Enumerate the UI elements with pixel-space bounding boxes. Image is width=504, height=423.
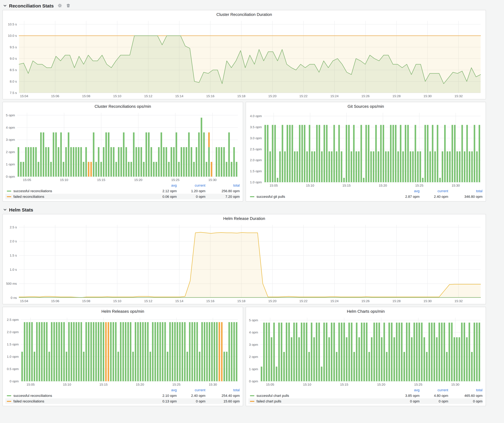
svg-text:5 opm: 5 opm xyxy=(249,318,258,322)
cluster-reconciliations-ops-chart[interactable]: 15:0515:1015:1515:2015:2515:300 opm1 opm… xyxy=(4,110,240,182)
panel-cluster-reconciliation-duration: Cluster Reconciliation Duration 15:0415:… xyxy=(2,10,486,99)
svg-text:15:15: 15:15 xyxy=(340,383,348,386)
legend: avg current total successful reconciliat… xyxy=(3,388,243,406)
legend-header-total[interactable]: total xyxy=(448,189,482,193)
series-current: 0 opm xyxy=(177,399,205,403)
series-current: 2.40 opm xyxy=(420,195,448,198)
svg-text:1 opm: 1 opm xyxy=(6,162,15,166)
gear-icon[interactable] xyxy=(58,3,62,8)
legend-header-total[interactable]: total xyxy=(448,388,482,392)
section-title[interactable]: Helm Stats xyxy=(9,207,33,212)
series-current: 2.40 opm xyxy=(177,394,205,397)
grafana-dashboard: Reconciliation Stats Cluster Reconciliat… xyxy=(0,0,504,423)
svg-text:15:30: 15:30 xyxy=(208,178,217,182)
series-color-dash xyxy=(250,395,254,396)
legend-header-current[interactable]: current xyxy=(177,183,205,187)
svg-text:0.5 opm: 0.5 opm xyxy=(7,367,19,371)
series-avg: 2.10 opm xyxy=(148,394,177,397)
legend-row-successful-chart-pulls: successful chart pulls 3.85 opm 4.80 opm… xyxy=(248,393,482,398)
svg-text:15:05: 15:05 xyxy=(270,184,278,187)
svg-text:15:18: 15:18 xyxy=(237,94,246,98)
legend-header-avg[interactable]: avg xyxy=(391,189,420,193)
svg-text:15:28: 15:28 xyxy=(392,299,401,303)
row-helm-ops: Helm Releases ops/min 15:0515:1015:1515:… xyxy=(2,307,486,406)
svg-text:0 ns: 0 ns xyxy=(11,296,17,300)
series-label[interactable]: successful reconciliations xyxy=(13,189,148,193)
series-current: 0 opm xyxy=(177,195,205,198)
legend-header-avg[interactable]: avg xyxy=(148,183,177,187)
helm-charts-ops-chart[interactable]: 15:0515:1015:1515:2015:2515:300 opm1 opm… xyxy=(247,315,483,387)
section-helm-stats[interactable]: Helm Stats xyxy=(2,205,486,214)
legend-header: avg current total xyxy=(248,188,482,194)
panel-helm-charts-ops: Helm Charts ops/min 15:0515:1015:1515:20… xyxy=(246,307,486,406)
series-total: 465.60 opm xyxy=(448,394,482,397)
git-sources-ops-chart[interactable]: 15:0515:1015:1515:2015:2515:301.0 opm1.5… xyxy=(247,110,483,188)
svg-text:15:30: 15:30 xyxy=(451,383,459,386)
legend-header: avg current total xyxy=(5,388,240,393)
svg-text:15:10: 15:10 xyxy=(63,383,71,386)
svg-text:15:08: 15:08 xyxy=(82,299,90,303)
section-title[interactable]: Reconciliation Stats xyxy=(9,3,54,8)
svg-text:15:10: 15:10 xyxy=(113,299,121,303)
svg-text:2 opm: 2 opm xyxy=(249,355,258,358)
chevron-down-icon xyxy=(3,4,7,7)
legend-header: avg current total xyxy=(248,388,482,393)
svg-text:4 opm: 4 opm xyxy=(6,126,15,129)
panel-title[interactable]: Git Sources ops/min xyxy=(246,102,486,110)
cluster-reconciliation-duration-chart[interactable]: 15:0415:0615:0815:1015:1215:1415:1615:18… xyxy=(4,18,483,98)
panel-title[interactable]: Cluster Reconciliation Duration xyxy=(3,10,486,18)
svg-text:2.5 opm: 2.5 opm xyxy=(250,147,262,151)
panel-title[interactable]: Helm Charts ops/min xyxy=(246,307,486,315)
svg-text:15:22: 15:22 xyxy=(299,299,308,303)
svg-text:1.0 opm: 1.0 opm xyxy=(250,180,262,184)
svg-text:15:30: 15:30 xyxy=(452,184,460,187)
svg-text:15:14: 15:14 xyxy=(175,94,183,98)
series-avg: 0.13 opm xyxy=(148,399,177,403)
svg-text:2.0 opm: 2.0 opm xyxy=(250,158,262,162)
panel-title[interactable]: Helm Releases ops/min xyxy=(3,307,243,315)
series-color-dash xyxy=(7,395,11,396)
series-total: 254.40 opm xyxy=(205,394,240,397)
legend-header-current[interactable]: current xyxy=(420,388,448,392)
svg-text:15:18: 15:18 xyxy=(237,299,246,303)
svg-text:15:05: 15:05 xyxy=(26,383,35,386)
series-label[interactable]: failed reconciliations xyxy=(13,195,148,198)
helm-release-duration-chart[interactable]: 15:0415:0615:0815:1015:1215:1415:1615:18… xyxy=(4,222,483,303)
legend-header-current[interactable]: current xyxy=(177,388,205,392)
series-current: 4.80 opm xyxy=(420,394,448,397)
series-label[interactable]: successful reconciliations xyxy=(13,394,148,397)
svg-text:15:26: 15:26 xyxy=(361,299,370,303)
series-label[interactable]: successful git pulls xyxy=(257,195,391,198)
trash-icon[interactable] xyxy=(66,3,71,8)
helm-releases-ops-chart[interactable]: 15:0515:1015:1515:2015:2515:300 opm0.5 o… xyxy=(4,315,240,387)
legend-row-failed-reconciliations: failed reconciliations 0.13 opm 0 opm 15… xyxy=(5,398,240,404)
legend: avg current total successful git pulls 2… xyxy=(246,188,486,201)
section-reconciliation-stats[interactable]: Reconciliation Stats xyxy=(2,1,486,10)
legend-header-total[interactable]: total xyxy=(205,388,240,392)
svg-text:15:06: 15:06 xyxy=(51,94,59,98)
panel-title[interactable]: Cluster Reconciliations ops/min xyxy=(3,102,243,110)
legend-row-failed-chart-pulls: failed chart pulls 0 opm 0 opm 0 opm xyxy=(248,398,482,404)
svg-text:8.0 s: 8.0 s xyxy=(10,80,17,83)
legend-row-failed-reconciliations: failed reconciliations 0.06 opm 0 opm 7.… xyxy=(5,194,240,199)
legend-header-avg[interactable]: avg xyxy=(391,388,420,392)
svg-text:15:10: 15:10 xyxy=(303,383,311,386)
series-label[interactable]: failed reconciliations xyxy=(13,399,148,403)
legend-header-current[interactable]: current xyxy=(420,189,448,193)
legend-header-avg[interactable]: avg xyxy=(148,388,177,392)
svg-text:5 opm: 5 opm xyxy=(6,113,15,117)
series-total: 256.80 opm xyxy=(205,189,240,193)
svg-text:15:14: 15:14 xyxy=(175,299,183,303)
svg-text:500 ms: 500 ms xyxy=(6,282,17,285)
legend-header-total[interactable]: total xyxy=(205,183,240,187)
series-total: 0 opm xyxy=(448,399,482,403)
svg-text:3.5 opm: 3.5 opm xyxy=(250,125,262,129)
svg-text:15:28: 15:28 xyxy=(392,94,401,98)
svg-text:7.5 s: 7.5 s xyxy=(10,91,17,94)
series-label[interactable]: successful chart pulls xyxy=(257,394,391,397)
svg-text:1.5 s: 1.5 s xyxy=(10,253,17,257)
legend: avg current total successful reconciliat… xyxy=(3,183,243,201)
svg-text:15:05: 15:05 xyxy=(266,383,274,386)
series-label[interactable]: failed chart pulls xyxy=(257,399,391,403)
panel-title[interactable]: Helm Release Duration xyxy=(3,214,486,222)
